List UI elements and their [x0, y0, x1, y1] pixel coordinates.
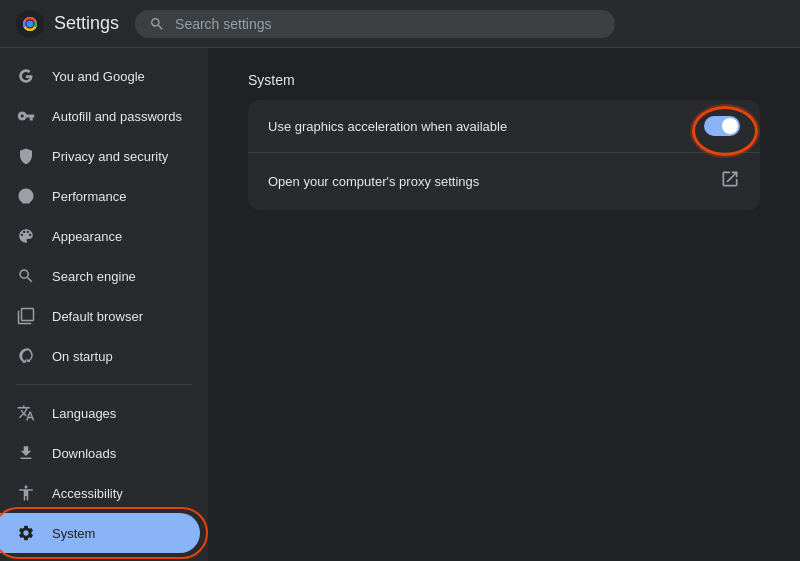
sidebar-label-downloads: Downloads: [52, 446, 116, 461]
settings-title: Settings: [54, 13, 119, 34]
sidebar-item-on-startup[interactable]: On startup: [0, 336, 200, 376]
sidebar-label-system: System: [52, 526, 95, 541]
language-icon: [16, 403, 36, 423]
sidebar-label-accessibility: Accessibility: [52, 486, 123, 501]
sidebar-item-performance[interactable]: Performance: [0, 176, 200, 216]
sidebar-label-you-and-google: You and Google: [52, 69, 145, 84]
sidebar-label-default-browser: Default browser: [52, 309, 143, 324]
sidebar-label-privacy: Privacy and security: [52, 149, 168, 164]
sidebar-item-appearance[interactable]: Appearance: [0, 216, 200, 256]
sidebar-label-languages: Languages: [52, 406, 116, 421]
svg-point-4: [27, 20, 34, 27]
proxy-settings-row[interactable]: Open your computer's proxy settings: [248, 153, 760, 210]
toggle-track[interactable]: [704, 116, 740, 136]
sidebar-label-appearance: Appearance: [52, 229, 122, 244]
search-input[interactable]: [175, 16, 601, 32]
sidebar-item-autofill[interactable]: Autofill and passwords: [0, 96, 200, 136]
sidebar-label-performance: Performance: [52, 189, 126, 204]
sidebar-item-accessibility[interactable]: Accessibility: [0, 473, 200, 513]
sidebar-label-autofill: Autofill and passwords: [52, 109, 182, 124]
search-icon: [149, 16, 165, 32]
proxy-external-link-icon[interactable]: [720, 169, 740, 194]
app-logo: Settings: [16, 10, 119, 38]
toggle-thumb: [722, 118, 738, 134]
sidebar-label-search-engine: Search engine: [52, 269, 136, 284]
appearance-icon: [16, 226, 36, 246]
startup-icon: [16, 346, 36, 366]
sidebar-item-languages[interactable]: Languages: [0, 393, 200, 433]
chrome-logo-icon: [16, 10, 44, 38]
proxy-settings-label: Open your computer's proxy settings: [268, 174, 479, 189]
sidebar-item-downloads[interactable]: Downloads: [0, 433, 200, 473]
sidebar-item-search-engine[interactable]: Search engine: [0, 256, 200, 296]
performance-icon: [16, 186, 36, 206]
search-engine-icon: [16, 266, 36, 286]
sidebar-item-default-browser[interactable]: Default browser: [0, 296, 200, 336]
sidebar: You and Google Autofill and passwords Pr…: [0, 48, 208, 561]
header: Settings: [0, 0, 800, 48]
search-bar[interactable]: [135, 10, 615, 38]
graphics-acceleration-toggle[interactable]: [704, 116, 740, 136]
sidebar-label-on-startup: On startup: [52, 349, 113, 364]
google-icon: [16, 66, 36, 86]
content-area: System Use graphics acceleration when av…: [208, 48, 800, 561]
browser-icon: [16, 306, 36, 326]
system-icon: [16, 523, 36, 543]
graphics-acceleration-label: Use graphics acceleration when available: [268, 119, 507, 134]
graphics-acceleration-row: Use graphics acceleration when available: [248, 100, 760, 153]
section-title: System: [248, 72, 760, 88]
main-layout: You and Google Autofill and passwords Pr…: [0, 48, 800, 561]
download-icon: [16, 443, 36, 463]
key-icon: [16, 106, 36, 126]
sidebar-item-you-and-google[interactable]: You and Google: [0, 56, 200, 96]
sidebar-divider-1: [16, 384, 192, 385]
sidebar-item-system[interactable]: System: [0, 513, 200, 553]
accessibility-icon: [16, 483, 36, 503]
settings-card: Use graphics acceleration when available…: [248, 100, 760, 210]
shield-icon: [16, 146, 36, 166]
sidebar-item-privacy[interactable]: Privacy and security: [0, 136, 200, 176]
